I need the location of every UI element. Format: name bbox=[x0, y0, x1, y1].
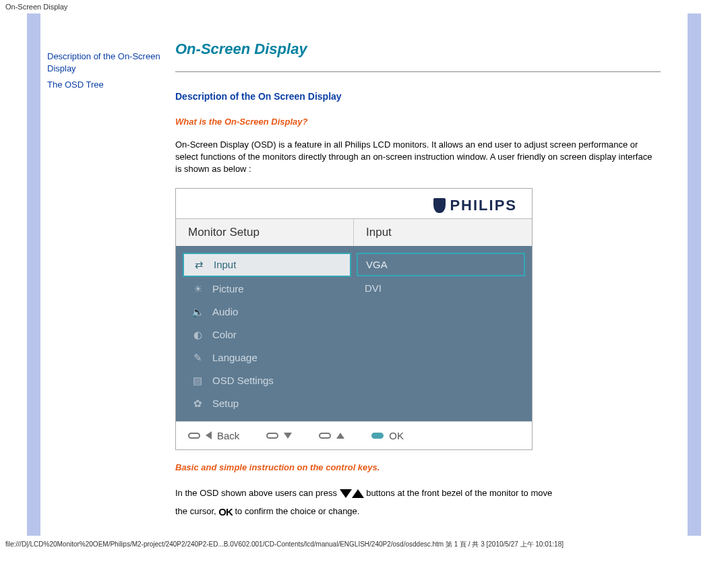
triangle-up-icon bbox=[352, 489, 364, 498]
pill-icon bbox=[266, 433, 278, 439]
osd-header-row: Monitor Setup Input bbox=[176, 218, 532, 246]
main-content: On-Screen Display Description of the On … bbox=[169, 13, 688, 536]
osd-header-right: Input bbox=[354, 219, 532, 246]
philips-wordmark: PHILIPS bbox=[450, 197, 517, 214]
osd-sub-item[interactable]: VGA bbox=[357, 253, 525, 276]
menu-item-icon: ✿ bbox=[191, 398, 204, 410]
triangle-down-icon bbox=[340, 489, 352, 498]
osd-logo-row: PHILIPS bbox=[176, 189, 532, 218]
osd-body: ⇄Input☀Picture🔈Audio◐Color✎Language▤OSD … bbox=[176, 246, 532, 421]
pill-filled-icon bbox=[371, 433, 384, 439]
page-title: On-Screen Display bbox=[175, 40, 661, 58]
menu-item-label: OSD Settings bbox=[212, 375, 274, 386]
left-stripe bbox=[27, 13, 40, 536]
menu-item-label: Input bbox=[214, 259, 236, 270]
sidebar-link-description[interactable]: Description of the On-Screen Display bbox=[47, 51, 162, 75]
osd-sub-item[interactable]: DVI bbox=[357, 278, 525, 299]
menu-item-label: Audio bbox=[212, 306, 238, 317]
sidebar: Description of the On-Screen Display The… bbox=[40, 13, 169, 536]
osd-ok-label: OK bbox=[389, 430, 404, 441]
subheading-instructions: Basic and simple instruction on the cont… bbox=[175, 462, 661, 472]
menu-item-icon: ✎ bbox=[191, 352, 204, 364]
osd-header-left: Monitor Setup bbox=[176, 219, 354, 246]
ok-icon: OK bbox=[218, 506, 233, 518]
osd-menu-item[interactable]: ▤OSD Settings bbox=[183, 370, 351, 392]
menu-item-icon: ☀ bbox=[191, 283, 204, 295]
pill-icon bbox=[188, 433, 200, 439]
subheading-what-is: What is the On-Screen Display? bbox=[175, 117, 661, 127]
osd-menu-item[interactable]: 🔈Audio bbox=[183, 301, 351, 323]
triangle-down-icon bbox=[284, 433, 292, 439]
sub-item-label: VGA bbox=[366, 259, 388, 270]
instr-part-d: to confirm the choice or change. bbox=[235, 506, 359, 516]
menu-item-icon: ▤ bbox=[191, 375, 204, 387]
menu-item-label: Language bbox=[212, 352, 257, 363]
instr-part-c: the cursor, bbox=[175, 506, 216, 516]
right-stripe bbox=[688, 13, 701, 536]
menu-item-label: Color bbox=[212, 329, 237, 340]
osd-ok-button[interactable]: OK bbox=[371, 430, 404, 441]
instruction-text: In the OSD shown above users can press b… bbox=[175, 485, 661, 522]
instr-part-a: In the OSD shown above users can press bbox=[175, 488, 337, 498]
osd-up-button[interactable] bbox=[319, 433, 344, 439]
menu-item-label: Setup bbox=[212, 398, 239, 409]
osd-menu-item[interactable]: ◐Color bbox=[183, 324, 351, 346]
osd-right-column: VGADVI bbox=[357, 253, 525, 414]
menu-item-label: Picture bbox=[212, 283, 244, 294]
osd-footer: Back OK bbox=[176, 421, 532, 449]
menu-item-icon: ◐ bbox=[191, 329, 204, 341]
section-heading: Description of the On Screen Display bbox=[175, 91, 661, 102]
osd-menu-item[interactable]: ⇄Input bbox=[183, 253, 351, 277]
footer-file-path: file:///D|/LCD%20Monitor%20OEM/Philips/M… bbox=[0, 536, 728, 553]
philips-logo: PHILIPS bbox=[433, 197, 517, 214]
triangle-left-icon bbox=[206, 431, 212, 439]
window-title: On-Screen Display bbox=[0, 0, 728, 13]
menu-item-icon: ⇄ bbox=[192, 259, 206, 271]
paragraph-intro: On-Screen Display (OSD) is a feature in … bbox=[175, 139, 661, 176]
sub-item-label: DVI bbox=[365, 282, 382, 294]
philips-shield-icon bbox=[433, 198, 446, 213]
osd-menu-item[interactable]: ☀Picture bbox=[183, 278, 351, 300]
instr-part-b: buttons at the front bezel of the monito… bbox=[366, 488, 552, 498]
sidebar-link-osd-tree[interactable]: The OSD Tree bbox=[47, 79, 162, 91]
page-wrapper: Description of the On-Screen Display The… bbox=[27, 13, 701, 536]
osd-down-button[interactable] bbox=[266, 433, 292, 439]
osd-menu-item[interactable]: ✎Language bbox=[183, 347, 351, 369]
osd-menu-item[interactable]: ✿Setup bbox=[183, 393, 351, 414]
triangle-up-icon bbox=[336, 433, 344, 439]
osd-back-label: Back bbox=[217, 430, 239, 441]
osd-back-button[interactable]: Back bbox=[188, 430, 239, 441]
osd-left-column: ⇄Input☀Picture🔈Audio◐Color✎Language▤OSD … bbox=[183, 253, 351, 414]
divider bbox=[175, 71, 661, 72]
osd-screenshot: PHILIPS Monitor Setup Input ⇄Input☀Pictu… bbox=[175, 188, 533, 450]
pill-icon bbox=[319, 433, 331, 439]
menu-item-icon: 🔈 bbox=[191, 306, 204, 318]
